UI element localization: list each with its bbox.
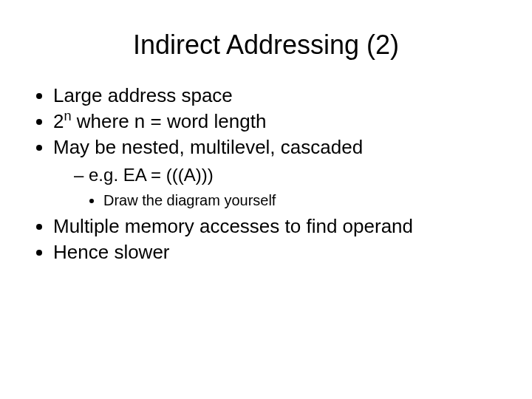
bullet-text: 2: [53, 110, 64, 132]
sub-bullet-text: e.g. EA = (((A))): [89, 165, 214, 185]
bullet-text: May be nested, multilevel, cascaded: [53, 136, 363, 158]
bullet-item: Large address space: [53, 83, 510, 109]
bullet-item: Multiple memory accesses to find operand: [53, 214, 510, 239]
sub-sub-bullet-list: Draw the diagram yourself: [74, 191, 510, 211]
bullet-item: 2n where n = word length: [53, 109, 510, 134]
sub-bullet-list: e.g. EA = (((A))) Draw the diagram yours…: [53, 163, 510, 210]
bullet-text: where n = word length: [72, 110, 267, 132]
slide: Indirect Addressing (2) Large address sp…: [0, 0, 532, 399]
superscript: n: [64, 109, 71, 123]
sub-bullet-item: e.g. EA = (((A))) Draw the diagram yours…: [74, 163, 510, 210]
sub-sub-bullet-item: Draw the diagram yourself: [103, 191, 510, 211]
bullet-item: May be nested, multilevel, cascaded e.g.…: [53, 134, 510, 210]
slide-title: Indirect Addressing (2): [22, 30, 510, 61]
bullet-item: Hence slower: [53, 239, 510, 265]
bullet-list: Large address space 2n where n = word le…: [22, 83, 510, 265]
